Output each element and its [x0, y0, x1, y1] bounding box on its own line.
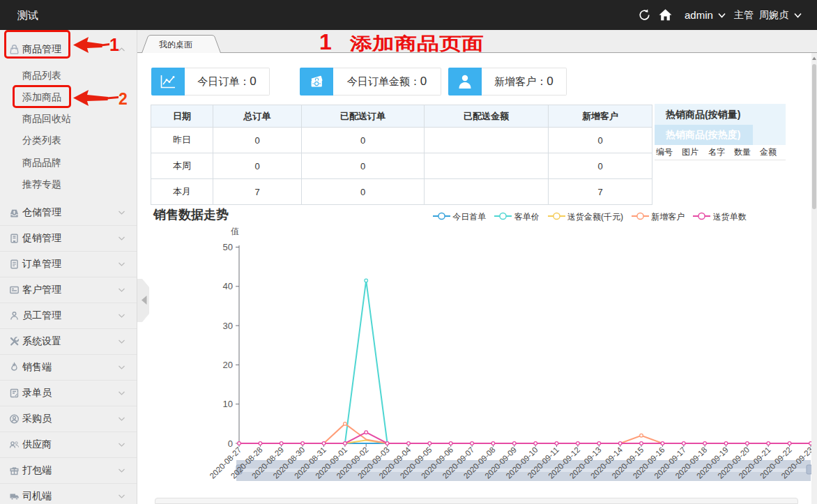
- svg-text:2020-09-16: 2020-09-16: [632, 445, 666, 480]
- svg-text:2020-09-13: 2020-09-13: [568, 445, 603, 480]
- svg-text:2020-09-04: 2020-09-04: [377, 445, 413, 481]
- svg-text:2020-09-05: 2020-09-05: [399, 445, 434, 480]
- svg-text:20: 20: [223, 360, 233, 370]
- svg-text:2020-09-18: 2020-09-18: [673, 445, 708, 480]
- svg-text:2020-09-15: 2020-09-15: [610, 445, 645, 480]
- svg-text:2020-09-23: 2020-09-23: [779, 445, 814, 480]
- svg-text:2020-09-03: 2020-09-03: [356, 445, 391, 480]
- svg-text:2020-09-06: 2020-09-06: [420, 445, 455, 480]
- svg-text:2020-09-14: 2020-09-14: [589, 445, 625, 481]
- svg-text:2020-09-17: 2020-09-17: [652, 445, 687, 480]
- svg-text:值: 值: [231, 227, 239, 236]
- svg-text:30: 30: [223, 321, 233, 331]
- svg-text:0: 0: [228, 438, 233, 449]
- svg-text:40: 40: [223, 281, 233, 291]
- svg-text:2020-08-28: 2020-08-28: [229, 445, 264, 480]
- svg-text:2020-09-20: 2020-09-20: [716, 445, 751, 480]
- svg-text:2020-08-30: 2020-08-30: [271, 445, 306, 480]
- svg-text:2020-09-12: 2020-09-12: [547, 445, 581, 480]
- svg-text:2020-09-09: 2020-09-09: [483, 445, 518, 480]
- svg-text:50: 50: [223, 242, 233, 252]
- svg-text:2020-09-01: 2020-09-01: [314, 445, 349, 480]
- svg-text:2020-08-31: 2020-08-31: [293, 445, 328, 480]
- svg-text:2020-08-29: 2020-08-29: [250, 445, 285, 480]
- svg-text:2020-08-27: 2020-08-27: [208, 445, 243, 480]
- svg-text:2020-09-11: 2020-09-11: [526, 445, 560, 480]
- svg-text:2020-09-07: 2020-09-07: [441, 445, 475, 480]
- svg-text:2020-09-10: 2020-09-10: [505, 445, 540, 480]
- svg-text:2020-09-02: 2020-09-02: [335, 445, 370, 480]
- svg-text:2020-09-21: 2020-09-21: [738, 445, 772, 480]
- svg-text:2020-09-08: 2020-09-08: [462, 445, 497, 480]
- svg-text:2020-09-19: 2020-09-19: [695, 445, 730, 480]
- svg-text:2020-09-22: 2020-09-22: [758, 445, 793, 480]
- svg-text:10: 10: [223, 399, 233, 409]
